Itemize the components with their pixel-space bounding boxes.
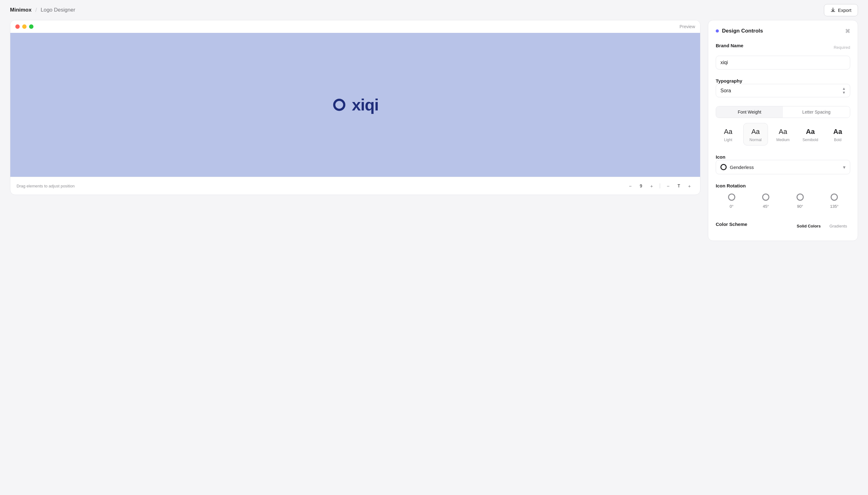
- icon-value: Genderless: [730, 165, 754, 170]
- separator: /: [35, 7, 37, 14]
- solid-colors-tab[interactable]: Solid Colors: [794, 222, 824, 230]
- fw-option-medium[interactable]: Aa Medium: [770, 123, 795, 146]
- brand-name-required: Required: [834, 45, 850, 50]
- font-weight-tab[interactable]: Font Weight: [716, 106, 783, 118]
- preview-panel: Preview xiqi Drag elements to adjust pos…: [10, 20, 701, 195]
- fw-aa-normal: Aa: [751, 128, 760, 136]
- app-name: Minimox: [10, 7, 32, 13]
- logo-text: xiqi: [352, 96, 379, 114]
- export-button[interactable]: Export: [824, 4, 858, 16]
- chevron-down-icon: ▾: [843, 164, 846, 170]
- panel-title: Design Controls: [722, 28, 763, 34]
- brand-name-section: Brand Name Required: [716, 43, 850, 69]
- icon-rotation-label: Icon Rotation: [716, 183, 746, 188]
- preview-header: Preview: [10, 20, 700, 33]
- fw-option-bold[interactable]: Aa Bold: [825, 123, 850, 146]
- cmd-badge: ⌘: [845, 28, 850, 34]
- fw-option-normal[interactable]: Aa Normal: [743, 123, 768, 146]
- text-label: T: [676, 183, 682, 188]
- dot-maximize: [29, 24, 33, 29]
- svg-point-1: [729, 194, 735, 200]
- color-scheme-header: Color Scheme Solid Colors Gradients: [716, 222, 850, 231]
- logo-display: xiqi: [332, 96, 379, 114]
- design-controls-panel: Design Controls ⌘ Brand Name Required Ty…: [708, 20, 858, 241]
- font-weight-section: Font Weight Letter Spacing Aa Light Aa N…: [716, 106, 850, 146]
- main-content: Preview xiqi Drag elements to adjust pos…: [0, 20, 868, 251]
- size-decrease-button[interactable]: −: [626, 182, 635, 190]
- fw-aa-bold: Aa: [833, 128, 842, 136]
- panel-dot: [716, 30, 719, 33]
- export-icon: [831, 7, 835, 13]
- icon-dropdown[interactable]: Genderless ▾: [716, 160, 850, 174]
- brand-name-label: Brand Name: [716, 43, 743, 48]
- svg-point-3: [797, 194, 803, 200]
- color-scheme-label: Color Scheme: [716, 222, 747, 227]
- fw-label-medium: Medium: [776, 138, 790, 142]
- fw-label-normal: Normal: [749, 138, 762, 142]
- icon-dropdown-left: Genderless: [721, 164, 754, 170]
- rotation-135-label: 135°: [830, 204, 838, 209]
- font-weight-options: Aa Light Aa Normal Aa Medium Aa Semibold…: [716, 123, 850, 146]
- rotation-0[interactable]: 0°: [716, 189, 748, 213]
- rotation-45-icon: [761, 193, 770, 202]
- rotation-0-label: 0°: [730, 204, 733, 209]
- fw-option-semibold[interactable]: Aa Semibold: [798, 123, 823, 146]
- svg-point-0: [334, 100, 344, 110]
- text-size-increase-button[interactable]: +: [685, 182, 694, 190]
- svg-point-4: [831, 194, 837, 200]
- page-title: Logo Designer: [41, 7, 75, 13]
- font-select-wrapper: Sora Inter Roboto Poppins ▲ ▼: [716, 84, 850, 97]
- dot-minimize: [22, 24, 26, 29]
- font-select[interactable]: Sora Inter Roboto Poppins: [716, 84, 850, 97]
- rotation-options: 0° 45° 90°: [716, 189, 850, 213]
- color-scheme-tabs: Solid Colors Gradients: [794, 222, 850, 230]
- typography-section: Typography Sora Inter Roboto Poppins ▲ ▼: [716, 78, 850, 97]
- fw-tab-bar: Font Weight Letter Spacing: [716, 106, 850, 118]
- brand-name-input[interactable]: [716, 56, 850, 69]
- rotation-0-icon: [727, 193, 736, 202]
- logo-icon-svg: [332, 97, 347, 112]
- footer-controls: − 9 + − T +: [626, 182, 694, 190]
- fw-label-semibold: Semibold: [803, 138, 818, 142]
- topbar-left: Minimox / Logo Designer: [10, 7, 75, 14]
- icon-section: Icon Genderless ▾: [716, 154, 850, 174]
- preview-footer: Drag elements to adjust position − 9 + −…: [10, 177, 700, 194]
- fw-aa-semibold: Aa: [806, 128, 815, 136]
- rotation-45-label: 45°: [763, 204, 769, 209]
- brand-name-header: Brand Name Required: [716, 43, 850, 52]
- preview-label: Preview: [679, 24, 695, 29]
- fw-label-bold: Bold: [834, 138, 842, 142]
- letter-spacing-tab[interactable]: Letter Spacing: [783, 106, 850, 118]
- size-increase-button[interactable]: +: [647, 182, 656, 190]
- drag-hint: Drag elements to adjust position: [17, 184, 75, 188]
- rotation-90[interactable]: 90°: [784, 189, 816, 213]
- text-size-decrease-button[interactable]: −: [664, 182, 673, 190]
- fw-aa-light: Aa: [724, 128, 732, 136]
- rotation-135[interactable]: 135°: [819, 189, 850, 213]
- rotation-90-label: 90°: [797, 204, 803, 209]
- footer-divider: [660, 183, 660, 188]
- icon-circle-preview: [721, 164, 727, 170]
- gradients-tab[interactable]: Gradients: [827, 222, 850, 230]
- icon-rotation-section: Icon Rotation 0° 45°: [716, 183, 850, 213]
- topbar: Minimox / Logo Designer Export: [0, 0, 868, 20]
- svg-point-2: [763, 194, 769, 200]
- panel-title-row: Design Controls: [716, 28, 763, 34]
- panel-header: Design Controls ⌘: [716, 28, 850, 34]
- fw-option-light[interactable]: Aa Light: [716, 123, 741, 146]
- window-dots: [15, 24, 33, 29]
- fw-aa-medium: Aa: [779, 128, 787, 136]
- rotation-135-icon: [830, 193, 838, 202]
- typography-label: Typography: [716, 78, 742, 84]
- dot-close: [15, 24, 20, 29]
- color-scheme-section: Color Scheme Solid Colors Gradients: [716, 222, 850, 233]
- icon-label: Icon: [716, 154, 725, 159]
- size-value: 9: [638, 183, 644, 188]
- preview-canvas[interactable]: xiqi: [10, 33, 700, 177]
- fw-label-light: Light: [724, 138, 732, 142]
- rotation-45[interactable]: 45°: [750, 189, 782, 213]
- rotation-90-icon: [796, 193, 804, 202]
